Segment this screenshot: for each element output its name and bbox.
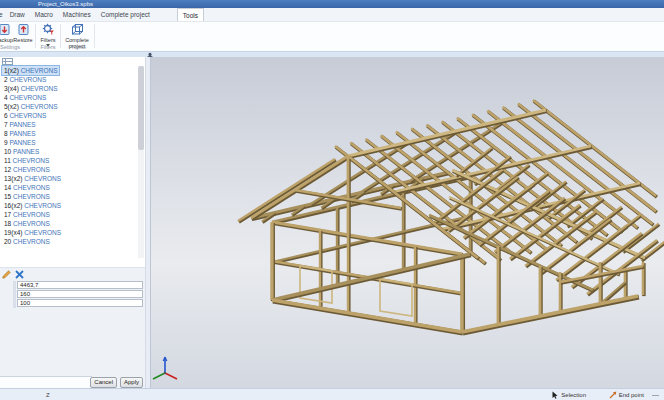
- ribbon-tab-bar: eDrawMacroMachinesComplete projectTools: [0, 8, 664, 22]
- properties-panel: Cancel Apply: [0, 267, 145, 388]
- list-item[interactable]: 12 CHEVRONS: [0, 165, 137, 174]
- parts-list: 1(x2) CHEVRONS2 CHEVRONS3(x4) CHEVRONS4 …: [0, 66, 137, 246]
- cube-icon: [71, 23, 84, 36]
- apply-button[interactable]: Apply: [120, 377, 143, 388]
- timber-frame-model: [151, 57, 664, 388]
- filters-label: Filters: [41, 37, 56, 43]
- end-point-icon: [609, 391, 617, 399]
- window-title: Project_Oikos3.spbs: [38, 0, 93, 8]
- dimension-field-1[interactable]: [17, 281, 143, 289]
- restore-label: Restore: [13, 37, 32, 43]
- field-gutter: [13, 281, 16, 308]
- list-item[interactable]: 10 PANNES: [0, 147, 137, 156]
- list-item[interactable]: 14 CHEVRONS: [0, 183, 137, 192]
- list-item[interactable]: 1(x2) CHEVRONS: [0, 66, 137, 75]
- statusbar-end-point[interactable]: End point: [609, 391, 644, 399]
- dimension-fields: [17, 281, 143, 308]
- ribbon-separator: [35, 24, 36, 48]
- app-window: Project_Oikos3.spbs eDrawMacroMachinesCo…: [0, 0, 664, 400]
- list-item[interactable]: 19(x4) CHEVRONS: [0, 228, 137, 237]
- list-item[interactable]: 15 CHEVRONS: [0, 192, 137, 201]
- statusbar-z: Z: [46, 392, 50, 398]
- tab-complete-project[interactable]: Complete project: [96, 8, 155, 21]
- edit-pencil-icon[interactable]: [2, 270, 11, 279]
- list-item[interactable]: 5(x2) CHEVRONS: [0, 102, 137, 111]
- statusbar-grip: [652, 395, 659, 396]
- ribbon-separator: [94, 24, 95, 48]
- dimension-field-3[interactable]: [17, 299, 143, 307]
- titlebar: Project_Oikos3.spbs: [0, 0, 664, 8]
- filter-gear-icon: [42, 23, 55, 36]
- tab-draw[interactable]: Draw: [5, 8, 30, 21]
- group-label-settings: Settings: [0, 44, 32, 50]
- group-label-project: Project: [62, 44, 92, 50]
- ribbon: Backup Restore Filters: [0, 22, 664, 51]
- cursor-icon: [552, 391, 559, 399]
- tab-tools[interactable]: Tools: [177, 8, 204, 21]
- list-item[interactable]: 16(x2) CHEVRONS: [0, 201, 137, 210]
- close-x-icon[interactable]: [15, 270, 24, 279]
- list-item[interactable]: 3(x4) CHEVRONS: [0, 84, 137, 93]
- list-item[interactable]: 2 CHEVRONS: [0, 75, 137, 84]
- list-item[interactable]: 9 PANNES: [0, 138, 137, 147]
- ribbon-separator: [60, 24, 61, 48]
- list-item[interactable]: 17 CHEVRONS: [0, 210, 137, 219]
- restore-icon: [17, 23, 30, 36]
- list-item[interactable]: 6 CHEVRONS: [0, 111, 137, 120]
- statusbar: Z Selection End point: [0, 388, 664, 400]
- list-item[interactable]: 18 CHEVRONS: [0, 219, 137, 228]
- list-item[interactable]: 13(x2) CHEVRONS: [0, 174, 137, 183]
- restore-button[interactable]: Restore: [11, 23, 35, 43]
- backup-icon: [0, 23, 11, 36]
- dimension-field-2[interactable]: [17, 290, 143, 298]
- 3d-viewport[interactable]: [151, 57, 664, 388]
- list-scrollbar[interactable]: [138, 66, 144, 258]
- list-item[interactable]: 11 CHEVRONS: [0, 156, 137, 165]
- statusbar-selection[interactable]: Selection: [552, 391, 586, 399]
- tab-machines[interactable]: Machines: [58, 8, 96, 21]
- parts-list-panel: 1(x2) CHEVRONS2 CHEVRONS3(x4) CHEVRONS4 …: [0, 57, 145, 267]
- list-item[interactable]: 8 PANNES: [0, 129, 137, 138]
- list-item[interactable]: 20 CHEVRONS: [0, 237, 137, 246]
- list-item[interactable]: 7 PANNES: [0, 120, 137, 129]
- list-item[interactable]: 4 CHEVRONS: [0, 93, 137, 102]
- tab-macro[interactable]: Macro: [30, 8, 58, 21]
- list-scrollbar-thumb[interactable]: [138, 66, 144, 150]
- cancel-button[interactable]: Cancel: [90, 377, 117, 388]
- group-label-filters: Filters: [38, 44, 58, 50]
